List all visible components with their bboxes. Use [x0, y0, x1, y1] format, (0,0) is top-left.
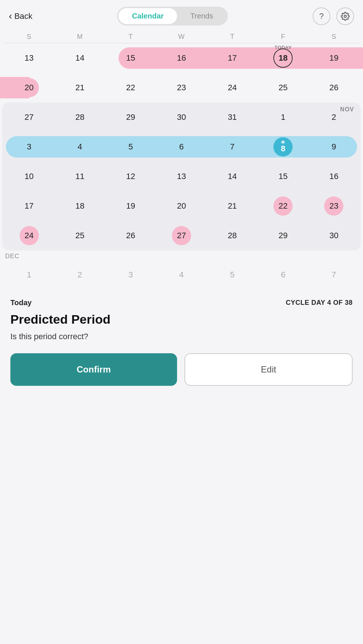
calendar: 13 14 15 16 17 TODAY 18	[0, 43, 363, 290]
day-nov-9[interactable]: 9	[309, 132, 359, 162]
day-14[interactable]: 14	[54, 43, 105, 73]
cycle-day-text: CYCLE DAY 4 OF 38	[286, 299, 353, 307]
week-row-7-wrap: 24 25 26 27 28 29 30	[2, 221, 361, 250]
day-nov-8-ovulation[interactable]: 8	[258, 132, 309, 162]
week-row-3: 27 28 29 30 31 1 2	[2, 102, 361, 132]
day-nov-14[interactable]: 14	[207, 162, 258, 191]
day-24[interactable]: 24	[207, 73, 258, 102]
day-nov-17[interactable]: 17	[4, 191, 54, 221]
day-29[interactable]: 29	[105, 102, 156, 132]
day-nov-25[interactable]: 25	[54, 221, 105, 250]
back-button[interactable]: ‹ Back	[9, 10, 33, 22]
day-headers: S M T W T F S	[0, 29, 363, 43]
view-toggle: Calendar Trends	[117, 7, 228, 26]
day-nov-21[interactable]: 21	[207, 191, 258, 221]
day-dec-5[interactable]: 5	[207, 260, 258, 290]
day-dec-3[interactable]: 3	[105, 260, 156, 290]
day-nov-27[interactable]: 27	[156, 221, 207, 250]
day-nov-11[interactable]: 11	[54, 162, 105, 191]
ovulation-icon	[280, 140, 286, 144]
bottom-row: Today CYCLE DAY 4 OF 38	[10, 299, 353, 307]
day-nov-20[interactable]: 20	[156, 191, 207, 221]
day-header-tue: T	[105, 33, 156, 41]
header: ‹ Back Calendar Trends ?	[0, 0, 363, 29]
day-30[interactable]: 30	[156, 102, 207, 132]
day-dec-6[interactable]: 6	[258, 260, 309, 290]
day-nov-24[interactable]: 24	[4, 221, 54, 250]
day-27[interactable]: 27	[4, 102, 54, 132]
confirm-button[interactable]: Confirm	[10, 353, 177, 386]
day-19[interactable]: 19	[309, 43, 359, 73]
period-question: Is this period correct?	[10, 332, 353, 341]
day-13[interactable]: 13	[4, 43, 54, 73]
day-nov-29[interactable]: 29	[258, 221, 309, 250]
help-button[interactable]: ?	[313, 7, 330, 25]
day-16[interactable]: 16	[156, 43, 207, 73]
week-row-6-wrap: 17 18 19 20 21 22 23	[2, 191, 361, 221]
day-18-today[interactable]: TODAY 18	[258, 43, 309, 73]
day-nov-1[interactable]: 1	[258, 102, 309, 132]
week-row-6: 17 18 19 20 21 22 23	[2, 191, 361, 221]
day-26[interactable]: 26	[309, 73, 359, 102]
day-header-mon: M	[54, 33, 105, 41]
settings-button[interactable]	[336, 7, 354, 25]
action-buttons: Confirm Edit	[10, 353, 353, 386]
day-nov-2[interactable]: 2	[309, 102, 359, 132]
week-row-4-wrap: 3 4 5 6 7 8 9	[2, 132, 361, 162]
dec-partial-row: 1 2 3 4 5 6 7	[0, 260, 363, 290]
week-row-2: 20 21 22 23 24 25 26	[0, 73, 363, 102]
day-23[interactable]: 23	[156, 73, 207, 102]
week-row-7: 24 25 26 27 28 29 30	[2, 221, 361, 250]
day-nov-3[interactable]: 3	[4, 132, 54, 162]
bottom-section: Today CYCLE DAY 4 OF 38 Predicted Period…	[0, 290, 363, 390]
day-dec-7[interactable]: 7	[309, 260, 359, 290]
day-dec-4[interactable]: 4	[156, 260, 207, 290]
header-icons: ?	[313, 7, 354, 25]
day-header-sun: S	[4, 33, 54, 41]
week-row-5-wrap: 10 11 12 13 14 15 16	[2, 162, 361, 191]
day-nov-19[interactable]: 19	[105, 191, 156, 221]
day-header-thu: T	[207, 33, 258, 41]
day-nov-10[interactable]: 10	[4, 162, 54, 191]
gear-icon	[341, 12, 350, 21]
day-15[interactable]: 15	[105, 43, 156, 73]
calendar-tab[interactable]: Calendar	[119, 8, 177, 24]
edit-button[interactable]: Edit	[184, 353, 353, 386]
day-dec-1[interactable]: 1	[4, 260, 54, 290]
svg-point-0	[283, 141, 284, 142]
today-text: Today	[10, 299, 31, 307]
day-28[interactable]: 28	[54, 102, 105, 132]
day-nov-12[interactable]: 12	[105, 162, 156, 191]
week-row-3-wrap: NOV 27 28 29 30 31 1 2	[2, 102, 361, 132]
day-nov-15[interactable]: 15	[258, 162, 309, 191]
day-nov-28[interactable]: 28	[207, 221, 258, 250]
day-header-fri: F	[258, 33, 309, 41]
dec-month-label: DEC	[0, 250, 363, 260]
day-nov-4[interactable]: 4	[54, 132, 105, 162]
day-22[interactable]: 22	[105, 73, 156, 102]
day-nov-5[interactable]: 5	[105, 132, 156, 162]
day-17[interactable]: 17	[207, 43, 258, 73]
week-row-1: 13 14 15 16 17 TODAY 18	[0, 43, 363, 73]
day-nov-18[interactable]: 18	[54, 191, 105, 221]
day-nov-7[interactable]: 7	[207, 132, 258, 162]
week-row-5: 10 11 12 13 14 15 16	[2, 162, 361, 191]
week-row-4: 3 4 5 6 7 8 9	[2, 132, 361, 162]
day-nov-6[interactable]: 6	[156, 132, 207, 162]
day-header-sat: S	[309, 33, 359, 41]
day-nov-22[interactable]: 22	[258, 191, 309, 221]
day-nov-30[interactable]: 30	[309, 221, 359, 250]
day-dec-2[interactable]: 2	[54, 260, 105, 290]
back-chevron-icon: ‹	[9, 10, 12, 22]
day-25[interactable]: 25	[258, 73, 309, 102]
day-21[interactable]: 21	[54, 73, 105, 102]
day-nov-13[interactable]: 13	[156, 162, 207, 191]
trends-tab[interactable]: Trends	[177, 8, 227, 24]
day-nov-23[interactable]: 23	[309, 191, 359, 221]
day-nov-16[interactable]: 16	[309, 162, 359, 191]
day-31[interactable]: 31	[207, 102, 258, 132]
day-nov-26[interactable]: 26	[105, 221, 156, 250]
predicted-period-title: Predicted Period	[10, 312, 353, 327]
day-20[interactable]: 20	[4, 73, 54, 102]
day-header-wed: W	[156, 33, 207, 41]
